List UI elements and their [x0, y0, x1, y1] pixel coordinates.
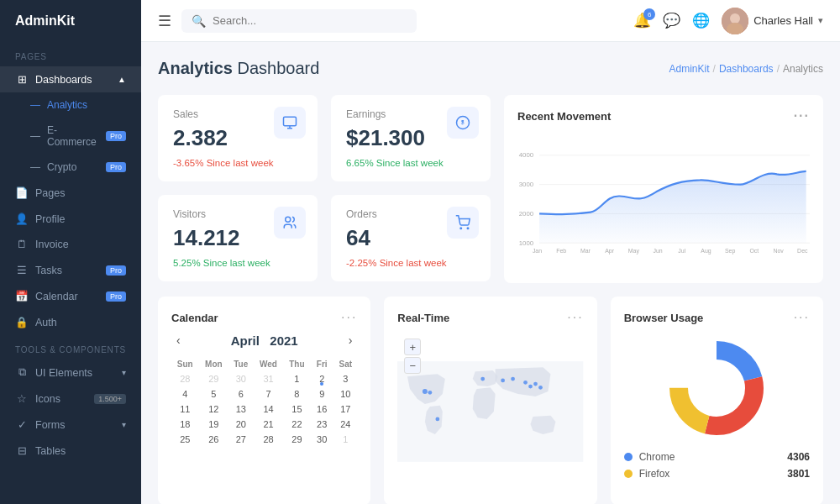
- line-chart: 4000 3000 2000 1000: [517, 132, 810, 266]
- world-map-svg: [397, 332, 583, 491]
- list-icon: ☰: [15, 264, 29, 276]
- grid-icon: ⊞: [15, 73, 29, 86]
- calendar-header: ‹ April 2021 ›: [171, 332, 357, 349]
- earnings-card: Earnings $21.300 6.65% Since last week $: [331, 95, 491, 181]
- svg-text:May: May: [628, 248, 640, 255]
- svg-point-39: [523, 381, 528, 385]
- svg-text:$: $: [461, 119, 465, 125]
- orders-icon: [447, 207, 479, 239]
- page-title: Analytics Dashboard: [158, 59, 319, 78]
- sidebar-item-tables[interactable]: ⊟ Tables: [0, 438, 141, 464]
- sales-card: Sales 2.382 -3.65% Since last week: [158, 95, 318, 181]
- svg-point-40: [528, 385, 533, 389]
- svg-point-42: [538, 386, 543, 390]
- breadcrumb-current: Analytics: [783, 63, 823, 75]
- notification-badge: 6: [643, 8, 655, 20]
- calendar-card-title: Calendar: [171, 312, 218, 324]
- calendar-prev-button[interactable]: ‹: [171, 332, 186, 349]
- browser-more-button[interactable]: ···: [794, 310, 810, 325]
- sales-change: -3.65% Since last week: [173, 158, 302, 168]
- table-row: 18192021222324: [171, 417, 357, 432]
- lock-icon: 🔒: [15, 316, 29, 328]
- chrome-dot: [624, 453, 633, 461]
- orders-card: Orders 64 -2.25% Since last week: [331, 195, 491, 281]
- firefox-label: Firefox: [639, 468, 781, 480]
- search-input[interactable]: [213, 14, 407, 27]
- svg-text:Aug: Aug: [701, 248, 711, 255]
- svg-text:3000: 3000: [519, 181, 534, 188]
- table-row: 45678910: [171, 386, 357, 402]
- svg-text:Apr: Apr: [605, 248, 615, 255]
- chart-more-button[interactable]: ···: [794, 108, 810, 123]
- visitors-icon: [274, 207, 306, 239]
- pro-badge: Pro: [106, 131, 126, 141]
- table-row: 28293031123: [171, 371, 357, 386]
- svg-point-38: [512, 377, 516, 381]
- breadcrumb-adminkit[interactable]: AdminKit: [669, 63, 710, 75]
- sidebar-item-ui-elements[interactable]: ⧉ UI Elements ▾: [0, 360, 141, 386]
- sidebar-item-tasks[interactable]: ☰ Tasks Pro: [0, 257, 141, 283]
- calendar-more-button[interactable]: ···: [341, 310, 357, 325]
- right-small-cards: Earnings $21.300 6.65% Since last week $…: [331, 95, 491, 283]
- svg-point-37: [501, 379, 506, 383]
- top-section: Sales 2.382 -3.65% Since last week Visit…: [158, 95, 823, 283]
- svg-point-36: [481, 377, 486, 381]
- search-icon: 🔍: [192, 14, 206, 28]
- search-box[interactable]: 🔍: [181, 9, 417, 33]
- sidebar-item-icons[interactable]: ☆ Icons 1.500+: [0, 386, 141, 412]
- svg-point-11: [460, 228, 462, 229]
- sales-icon: [274, 107, 306, 139]
- sidebar-item-analytics[interactable]: — Analytics: [0, 92, 141, 118]
- svg-text:Jul: Jul: [678, 248, 685, 254]
- sidebar-item-ecommerce[interactable]: — E-Commerce Pro: [0, 118, 141, 155]
- avatar: [722, 8, 748, 34]
- chevron-up-icon: ▲: [118, 75, 126, 84]
- sidebar-item-label: Dashboards: [35, 74, 92, 86]
- realtime-more-button[interactable]: ···: [567, 310, 583, 325]
- calendar-next-button[interactable]: ›: [344, 332, 358, 349]
- svg-point-12: [467, 228, 469, 229]
- svg-point-34: [423, 389, 428, 394]
- svg-point-1: [730, 13, 740, 24]
- chevron-down-icon: ▾: [122, 420, 126, 429]
- svg-text:Jan: Jan: [533, 248, 542, 254]
- breadcrumb-dashboards[interactable]: Dashboards: [719, 63, 774, 75]
- sidebar-item-forms[interactable]: ✓ Forms ▾: [0, 412, 141, 438]
- calendar-card: Calendar ··· ‹ April 2021 › SunMonTueWed…: [158, 297, 370, 504]
- sidebar-item-auth[interactable]: 🔒 Auth: [0, 309, 141, 335]
- visitors-change: 5.25% Since last week: [173, 258, 302, 268]
- svg-text:Feb: Feb: [556, 248, 566, 254]
- map-zoom-controls: + −: [404, 339, 421, 374]
- sidebar-item-invoice[interactable]: 🗒 Invoice: [0, 232, 141, 257]
- sidebar-item-crypto[interactable]: — Crypto Pro: [0, 155, 141, 180]
- sidebar-item-dashboards[interactable]: ⊞ Dashboards ▲: [0, 66, 141, 92]
- sidebar-item-pages[interactable]: 📄 Pages: [0, 180, 141, 206]
- chrome-label: Chrome: [639, 451, 781, 463]
- menu-toggle-button[interactable]: ☰: [158, 12, 171, 30]
- svg-rect-3: [284, 117, 297, 126]
- main-content: ☰ 🔍 🔔 6 💬 🌐 Charles Hall: [141, 0, 840, 504]
- sidebar-item-profile[interactable]: 👤 Profile: [0, 206, 141, 232]
- doc-icon: 🗒: [15, 239, 29, 250]
- layers-icon: ⧉: [15, 366, 29, 379]
- user-menu[interactable]: Charles Hall ▾: [722, 8, 823, 34]
- user-icon: 👤: [15, 213, 29, 225]
- legend-item-chrome: Chrome 4306: [624, 451, 810, 463]
- legend-item-firefox: Firefox 3801: [624, 468, 810, 480]
- browser-usage-title: Browser Usage: [624, 312, 704, 324]
- svg-text:2000: 2000: [519, 210, 534, 218]
- calendar-grid: SunMonTueWedThuFriSat 28293031123 456789…: [171, 357, 357, 447]
- page-header: Analytics Dashboard AdminKit / Dashboard…: [158, 59, 823, 78]
- notifications-button[interactable]: 🔔 6: [633, 12, 651, 29]
- messages-button[interactable]: 💬: [663, 12, 680, 29]
- svg-text:Sep: Sep: [725, 248, 736, 255]
- sidebar-section-pages: Pages: [0, 42, 141, 66]
- realtime-title: Real-Time: [397, 312, 449, 324]
- map-zoom-out-button[interactable]: −: [404, 357, 421, 374]
- sidebar-item-calendar[interactable]: 📅 Calendar Pro: [0, 283, 141, 309]
- user-menu-chevron-icon: ▾: [818, 15, 823, 26]
- map-zoom-in-button[interactable]: +: [404, 339, 421, 355]
- check-icon: ✓: [15, 418, 29, 431]
- settings-button[interactable]: 🌐: [692, 12, 710, 29]
- svg-point-47: [689, 360, 744, 416]
